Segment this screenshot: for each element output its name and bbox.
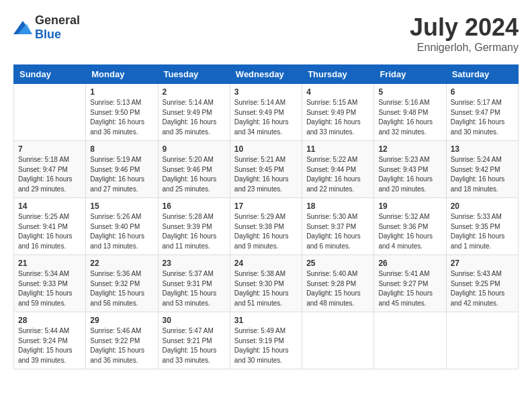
day-info: Sunrise: 5:33 AM Sunset: 9:35 PM Dayligh… bbox=[451, 212, 514, 251]
day-number: 31 bbox=[234, 316, 298, 325]
calendar-cell: 31Sunrise: 5:49 AM Sunset: 9:19 PM Dayli… bbox=[230, 312, 302, 369]
calendar-cell: 5Sunrise: 5:16 AM Sunset: 9:48 PM Daylig… bbox=[374, 84, 446, 141]
calendar-cell: 7Sunrise: 5:18 AM Sunset: 9:47 PM Daylig… bbox=[14, 141, 86, 198]
title-section: July 2024 Ennigerloh, Germany bbox=[410, 13, 519, 54]
calendar-cell: 11Sunrise: 5:22 AM Sunset: 9:44 PM Dayli… bbox=[302, 141, 374, 198]
calendar-cell: 16Sunrise: 5:28 AM Sunset: 9:39 PM Dayli… bbox=[158, 198, 230, 255]
calendar-cell: 4Sunrise: 5:15 AM Sunset: 9:49 PM Daylig… bbox=[302, 84, 374, 141]
day-number: 21 bbox=[18, 259, 81, 268]
header-row: SundayMondayTuesdayWednesdayThursdayFrid… bbox=[14, 65, 519, 84]
calendar-cell: 3Sunrise: 5:14 AM Sunset: 9:49 PM Daylig… bbox=[230, 84, 302, 141]
day-number: 14 bbox=[18, 201, 81, 211]
day-number: 29 bbox=[90, 316, 153, 325]
day-number: 1 bbox=[90, 87, 153, 97]
day-info: Sunrise: 5:28 AM Sunset: 9:39 PM Dayligh… bbox=[163, 212, 226, 251]
calendar-cell: 18Sunrise: 5:30 AM Sunset: 9:37 PM Dayli… bbox=[302, 198, 374, 255]
day-number: 2 bbox=[163, 87, 226, 97]
day-number: 12 bbox=[378, 144, 441, 154]
day-info: Sunrise: 5:46 AM Sunset: 9:22 PM Dayligh… bbox=[90, 326, 153, 365]
location: Ennigerloh, Germany bbox=[410, 42, 519, 54]
day-info: Sunrise: 5:20 AM Sunset: 9:46 PM Dayligh… bbox=[163, 155, 226, 194]
header-cell-friday: Friday bbox=[374, 65, 446, 84]
day-number: 10 bbox=[234, 144, 298, 154]
day-number: 8 bbox=[90, 144, 153, 154]
day-info: Sunrise: 5:13 AM Sunset: 9:50 PM Dayligh… bbox=[90, 98, 153, 137]
day-info: Sunrise: 5:49 AM Sunset: 9:19 PM Dayligh… bbox=[234, 326, 298, 365]
header-cell-sunday: Sunday bbox=[14, 65, 86, 84]
calendar-cell: 26Sunrise: 5:41 AM Sunset: 9:27 PM Dayli… bbox=[374, 255, 446, 312]
day-info: Sunrise: 5:17 AM Sunset: 9:47 PM Dayligh… bbox=[451, 98, 514, 137]
day-number: 25 bbox=[306, 259, 369, 268]
calendar-cell bbox=[374, 312, 446, 369]
calendar-cell: 24Sunrise: 5:38 AM Sunset: 9:30 PM Dayli… bbox=[230, 255, 302, 312]
calendar-cell: 6Sunrise: 5:17 AM Sunset: 9:47 PM Daylig… bbox=[446, 84, 518, 141]
day-info: Sunrise: 5:15 AM Sunset: 9:49 PM Dayligh… bbox=[306, 98, 369, 137]
day-info: Sunrise: 5:23 AM Sunset: 9:43 PM Dayligh… bbox=[378, 155, 441, 194]
calendar-cell: 27Sunrise: 5:43 AM Sunset: 9:25 PM Dayli… bbox=[446, 255, 518, 312]
header-cell-saturday: Saturday bbox=[446, 65, 518, 84]
day-info: Sunrise: 5:14 AM Sunset: 9:49 PM Dayligh… bbox=[234, 98, 298, 137]
day-info: Sunrise: 5:21 AM Sunset: 9:45 PM Dayligh… bbox=[234, 155, 298, 194]
day-number: 26 bbox=[378, 259, 441, 268]
calendar-cell: 1Sunrise: 5:13 AM Sunset: 9:50 PM Daylig… bbox=[86, 84, 158, 141]
day-number: 15 bbox=[90, 201, 153, 211]
day-number: 20 bbox=[451, 201, 514, 211]
week-row-1: 1Sunrise: 5:13 AM Sunset: 9:50 PM Daylig… bbox=[14, 84, 519, 141]
logo-text: General Blue bbox=[35, 13, 80, 42]
logo-general: General bbox=[35, 13, 80, 27]
day-info: Sunrise: 5:29 AM Sunset: 9:38 PM Dayligh… bbox=[234, 212, 298, 251]
calendar-cell: 8Sunrise: 5:19 AM Sunset: 9:46 PM Daylig… bbox=[86, 141, 158, 198]
day-info: Sunrise: 5:40 AM Sunset: 9:28 PM Dayligh… bbox=[306, 269, 369, 308]
day-info: Sunrise: 5:47 AM Sunset: 9:21 PM Dayligh… bbox=[163, 326, 226, 365]
day-info: Sunrise: 5:18 AM Sunset: 9:47 PM Dayligh… bbox=[18, 155, 81, 194]
day-info: Sunrise: 5:44 AM Sunset: 9:24 PM Dayligh… bbox=[18, 326, 81, 365]
month-year: July 2024 bbox=[410, 13, 519, 42]
day-info: Sunrise: 5:36 AM Sunset: 9:32 PM Dayligh… bbox=[90, 269, 153, 308]
day-number: 19 bbox=[378, 201, 441, 211]
calendar-cell: 2Sunrise: 5:14 AM Sunset: 9:49 PM Daylig… bbox=[158, 84, 230, 141]
calendar-cell: 29Sunrise: 5:46 AM Sunset: 9:22 PM Dayli… bbox=[86, 312, 158, 369]
week-row-5: 28Sunrise: 5:44 AM Sunset: 9:24 PM Dayli… bbox=[14, 312, 519, 369]
day-number: 28 bbox=[18, 316, 81, 325]
day-number: 11 bbox=[306, 144, 369, 154]
day-number: 5 bbox=[378, 87, 441, 97]
calendar-header: SundayMondayTuesdayWednesdayThursdayFrid… bbox=[14, 65, 519, 84]
day-number: 22 bbox=[90, 259, 153, 268]
header-cell-tuesday: Tuesday bbox=[158, 65, 230, 84]
week-row-4: 21Sunrise: 5:34 AM Sunset: 9:33 PM Dayli… bbox=[14, 255, 519, 312]
day-number: 6 bbox=[451, 87, 514, 97]
day-info: Sunrise: 5:19 AM Sunset: 9:46 PM Dayligh… bbox=[90, 155, 153, 194]
calendar-cell: 25Sunrise: 5:40 AM Sunset: 9:28 PM Dayli… bbox=[302, 255, 374, 312]
day-info: Sunrise: 5:22 AM Sunset: 9:44 PM Dayligh… bbox=[306, 155, 369, 194]
header-cell-wednesday: Wednesday bbox=[230, 65, 302, 84]
calendar-cell: 10Sunrise: 5:21 AM Sunset: 9:45 PM Dayli… bbox=[230, 141, 302, 198]
day-number: 27 bbox=[451, 259, 514, 268]
calendar-cell: 15Sunrise: 5:26 AM Sunset: 9:40 PM Dayli… bbox=[86, 198, 158, 255]
day-number: 9 bbox=[163, 144, 226, 154]
day-info: Sunrise: 5:16 AM Sunset: 9:48 PM Dayligh… bbox=[378, 98, 441, 137]
calendar-cell bbox=[14, 84, 86, 141]
logo-icon bbox=[13, 21, 32, 34]
calendar-cell: 30Sunrise: 5:47 AM Sunset: 9:21 PM Dayli… bbox=[158, 312, 230, 369]
calendar-cell: 12Sunrise: 5:23 AM Sunset: 9:43 PM Dayli… bbox=[374, 141, 446, 198]
day-number: 23 bbox=[163, 259, 226, 268]
day-info: Sunrise: 5:24 AM Sunset: 9:42 PM Dayligh… bbox=[451, 155, 514, 194]
calendar-table: SundayMondayTuesdayWednesdayThursdayFrid… bbox=[13, 64, 519, 369]
header: General Blue July 2024 Ennigerloh, Germa… bbox=[13, 13, 519, 54]
calendar-cell bbox=[302, 312, 374, 369]
day-info: Sunrise: 5:34 AM Sunset: 9:33 PM Dayligh… bbox=[18, 269, 81, 308]
calendar-cell: 22Sunrise: 5:36 AM Sunset: 9:32 PM Dayli… bbox=[86, 255, 158, 312]
day-number: 3 bbox=[234, 87, 298, 97]
calendar-cell bbox=[446, 312, 518, 369]
day-number: 13 bbox=[451, 144, 514, 154]
day-info: Sunrise: 5:41 AM Sunset: 9:27 PM Dayligh… bbox=[378, 269, 441, 308]
calendar-body: 1Sunrise: 5:13 AM Sunset: 9:50 PM Daylig… bbox=[14, 84, 519, 369]
week-row-3: 14Sunrise: 5:25 AM Sunset: 9:41 PM Dayli… bbox=[14, 198, 519, 255]
calendar-cell: 23Sunrise: 5:37 AM Sunset: 9:31 PM Dayli… bbox=[158, 255, 230, 312]
day-number: 17 bbox=[234, 201, 298, 211]
calendar-cell: 17Sunrise: 5:29 AM Sunset: 9:38 PM Dayli… bbox=[230, 198, 302, 255]
day-number: 18 bbox=[306, 201, 369, 211]
week-row-2: 7Sunrise: 5:18 AM Sunset: 9:47 PM Daylig… bbox=[14, 141, 519, 198]
calendar-cell: 13Sunrise: 5:24 AM Sunset: 9:42 PM Dayli… bbox=[446, 141, 518, 198]
day-info: Sunrise: 5:26 AM Sunset: 9:40 PM Dayligh… bbox=[90, 212, 153, 251]
